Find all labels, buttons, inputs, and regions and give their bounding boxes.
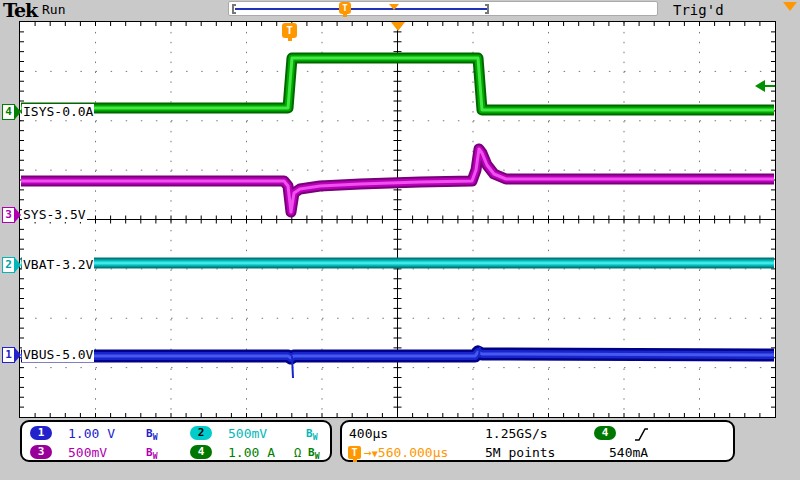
channel-badge-1: 1 <box>30 426 52 440</box>
trigger-delay-t-icon: T <box>348 446 361 459</box>
trigger-level-arrow-icon <box>755 80 775 93</box>
channel-badge-2: 2 <box>190 426 212 440</box>
channel-label-2: VBAT-3.2V <box>22 257 94 272</box>
trigger-level-readout: 540mA <box>609 445 648 461</box>
channel-label-1: VBUS-5.0V <box>22 347 94 362</box>
ch4-scale-readout: 1.00 A <box>228 445 275 461</box>
record-window-bracket-right <box>485 4 489 14</box>
ch3-scale-readout: 500mV <box>68 445 107 461</box>
ch2-bandwidth-icon: BW <box>306 426 317 446</box>
record-length-line <box>235 8 488 10</box>
ch3-bandwidth-icon: BW <box>146 445 157 465</box>
record-window-bracket-left <box>232 4 236 14</box>
ch4-bandwidth-icon: BW <box>308 445 319 465</box>
record-expansion-marker-icon <box>389 4 399 10</box>
trigger-position-indicator-icon <box>391 22 405 31</box>
arrow-right-icon: → <box>364 445 372 460</box>
channel-scale-readouts: 1 1.00 V BW 2 500mV BW 3 500mV BW 4 1.00… <box>20 420 332 462</box>
channel-position-marker-2: 2 <box>2 257 20 273</box>
channel-badge-3: 3 <box>30 445 52 459</box>
channel-label-4: ISYS-0.0A <box>22 104 94 119</box>
channel-position-marker-4: 4 <box>2 104 20 120</box>
trigger-point-icon: T <box>282 23 297 38</box>
ch2-scale-readout: 500mV <box>228 426 267 442</box>
sample-rate-readout: 1.25GS/s <box>485 426 548 442</box>
acquisition-status: Run <box>42 2 65 17</box>
record-view-bar: T <box>228 1 658 16</box>
ch1-scale-readout: 1.00 V <box>68 426 115 442</box>
horizontal-scale-readout: 400µs <box>349 426 388 442</box>
trigger-delay-readout: →▼560.000µs <box>364 445 448 462</box>
trigger-slope-rising-icon <box>634 427 649 442</box>
ch4-coupling-icon: Ω <box>294 445 301 461</box>
record-trigger-marker-icon: T <box>339 2 351 14</box>
tek-logo: Tek <box>3 0 37 20</box>
trigger-status: Trig'd <box>673 2 724 18</box>
horizontal-trigger-readouts: 400µs 1.25GS/s 4 T →▼560.000µs 5M points… <box>340 420 735 462</box>
channel-badge-4: 4 <box>190 445 212 459</box>
top-right-marker-icon <box>783 2 797 11</box>
channel-label-3: SYS-3.5V <box>22 207 87 222</box>
waveform-traces <box>20 22 775 417</box>
channel-position-marker-1: 1 <box>2 347 20 363</box>
trigger-source-badge: 4 <box>594 426 616 440</box>
graticule: T ISYS-0.0A SYS-3.5V VBAT-3.2V VBUS-5.0V <box>19 21 776 418</box>
ch1-bandwidth-icon: BW <box>146 426 157 446</box>
record-length-readout: 5M points <box>485 445 555 461</box>
top-bar: Tek Run T Trig'd <box>0 0 800 21</box>
channel-position-marker-3: 3 <box>2 207 20 223</box>
